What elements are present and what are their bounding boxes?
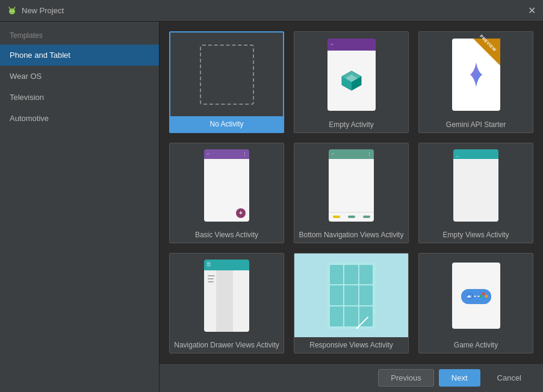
- empty-views-mockup: ←: [453, 149, 498, 222]
- resp-cell-5: [344, 285, 358, 305]
- svg-point-19: [482, 297, 485, 300]
- no-activity-label: No Activity: [170, 116, 283, 132]
- nd-line2: [208, 278, 214, 279]
- bn-topbar: ← ⋮: [329, 149, 374, 159]
- gamepad-icon: [458, 282, 494, 309]
- bv-topbar: ← ⋮: [204, 149, 249, 159]
- template-card-empty-views[interactable]: ← Empty Views Activity: [418, 143, 533, 243]
- resp-cell-2: [344, 265, 358, 285]
- sidebar: Templates Phone and Tablet Wear OS Telev…: [0, 22, 160, 392]
- nd-topbar: ☰: [204, 260, 249, 270]
- sidebar-item-automotive[interactable]: Automotive: [0, 108, 159, 129]
- sidebar-item-wear-os[interactable]: Wear OS: [0, 66, 159, 87]
- svg-line-1: [9, 7, 10, 9]
- template-card-no-activity[interactable]: No Activity: [169, 31, 284, 133]
- resp-cell-1: [330, 265, 344, 285]
- bv-dots: ⋮: [243, 152, 247, 157]
- resp-cell-3: [359, 265, 373, 285]
- game-mockup: [452, 263, 500, 329]
- bottom-nav-label: Bottom Navigation Views Activity: [294, 227, 408, 243]
- gemini-mockup: PREVIEW: [452, 39, 500, 111]
- bottom-nav-preview: ← ⋮: [294, 143, 408, 227]
- nd-side-panel: [216, 270, 233, 332]
- basic-views-mockup: ← ⋮ +: [204, 149, 249, 222]
- nd-body: [204, 270, 249, 332]
- nd-menu-lines: [208, 275, 215, 282]
- android-icon: [7, 6, 17, 16]
- empty-activity-mockup: ←: [327, 39, 376, 111]
- template-card-gemini[interactable]: PREVIEW Gemini: [418, 31, 533, 133]
- template-card-responsive[interactable]: Responsive Views Activity: [294, 253, 409, 353]
- svg-line-2: [14, 7, 15, 9]
- sidebar-section-label: Templates: [0, 22, 159, 45]
- svg-point-16: [482, 293, 485, 296]
- svg-rect-20: [474, 296, 476, 297]
- svg-point-4: [13, 10, 14, 11]
- resp-cell-4: [330, 285, 344, 305]
- sidebar-item-television[interactable]: Television: [0, 87, 159, 108]
- nav-drawer-label: Navigation Drawer Views Activity: [170, 337, 284, 353]
- bn-dots: ⋮: [367, 152, 371, 157]
- bottom-nav-mockup: ← ⋮: [329, 149, 374, 222]
- empty-views-label: Empty Views Activity: [419, 227, 533, 243]
- responsive-mockup: [327, 263, 376, 329]
- nd-hamburger: ☰: [206, 262, 211, 267]
- window-title: New Project: [22, 6, 528, 15]
- resp-cell-7: [330, 306, 344, 326]
- no-activity-preview: [170, 33, 283, 116]
- ea-topbar: ←: [327, 39, 376, 51]
- empty-views-preview: ←: [419, 143, 533, 227]
- resp-cell-8: [344, 306, 358, 326]
- responsive-label: Responsive Views Activity: [294, 337, 408, 353]
- ea-body: [327, 51, 376, 111]
- next-button[interactable]: Next: [439, 369, 480, 387]
- nav-drawer-preview-container: ☰: [170, 254, 284, 337]
- template-grid: No Activity ←: [160, 22, 543, 363]
- titlebar: New Project ✕: [0, 0, 543, 22]
- main-area: No Activity ←: [160, 22, 543, 392]
- bn-tab3: [363, 216, 370, 218]
- empty-activity-preview: ←: [294, 32, 408, 117]
- basic-views-label: Basic Views Activity: [170, 227, 284, 243]
- ev-body: [453, 159, 498, 222]
- cancel-button[interactable]: Cancel: [485, 370, 533, 386]
- cube-icon: [340, 69, 364, 93]
- ev-topbar: ←: [453, 149, 498, 159]
- svg-point-3: [10, 10, 11, 11]
- template-card-empty-activity[interactable]: ← Empty Activity: [294, 31, 409, 133]
- sidebar-item-phone-tablet[interactable]: Phone and Tablet: [0, 45, 159, 66]
- responsive-preview-container: [294, 254, 408, 337]
- bv-arrow: ←: [206, 152, 211, 156]
- svg-point-17: [485, 295, 488, 298]
- basic-views-preview: ← ⋮ +: [170, 143, 284, 227]
- template-card-bottom-nav[interactable]: ← ⋮ Bottom Navigation Views Activity: [294, 143, 409, 243]
- gemini-preview: PREVIEW: [419, 32, 533, 117]
- resp-cell-6: [359, 285, 373, 305]
- game-activity-label: Game Activity: [419, 337, 533, 353]
- previous-button[interactable]: Previous: [378, 369, 434, 387]
- fab-button-icon: +: [236, 208, 246, 218]
- bn-arrow: ←: [331, 152, 335, 156]
- template-card-game[interactable]: Game Activity: [418, 253, 533, 353]
- nd-line1: [208, 275, 215, 276]
- close-button[interactable]: ✕: [528, 5, 536, 16]
- gemini-label: Gemini API Starter: [419, 117, 533, 132]
- nd-line3: [208, 281, 214, 282]
- bn-tab2: [348, 216, 355, 218]
- bn-bottombar: [329, 212, 374, 222]
- bn-tab1: [333, 216, 340, 218]
- bn-body: [329, 159, 374, 212]
- template-card-basic-views[interactable]: ← ⋮ + Basic Views Activity: [169, 143, 284, 243]
- empty-activity-label: Empty Activity: [294, 117, 408, 132]
- bv-body: +: [204, 159, 249, 222]
- template-card-nav-drawer[interactable]: ☰ Navigation Drawer Views Activity: [169, 253, 284, 353]
- svg-rect-15: [467, 296, 471, 297]
- no-activity-dashed-box: [200, 45, 254, 105]
- bottom-bar: Previous Next Cancel: [160, 363, 543, 392]
- game-preview-container: [419, 254, 533, 337]
- svg-rect-21: [477, 296, 480, 297]
- ea-arrow: ←: [330, 42, 335, 47]
- nav-drawer-mockup: ☰: [204, 260, 249, 332]
